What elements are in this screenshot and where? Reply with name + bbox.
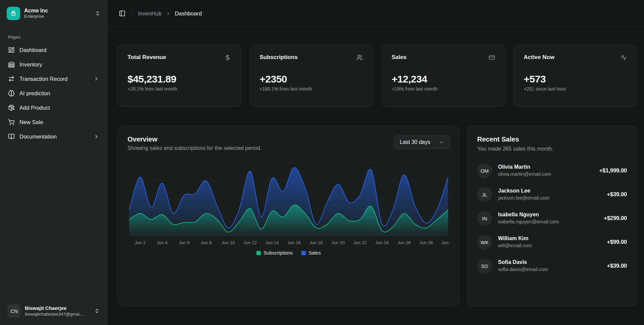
svg-text:Jun 18: Jun 18	[309, 240, 323, 245]
customer-email: olivia.martin@email.com	[498, 171, 551, 177]
stat-change: +20.1% from last month	[128, 86, 231, 92]
chevrons-up-down-icon	[94, 308, 100, 314]
user-name: Biswajit Chaerjee	[25, 305, 90, 312]
svg-text:Jun 16: Jun 16	[288, 240, 301, 245]
sidebar-item-label: AI prediction	[19, 90, 99, 97]
sale-row: WK William Kimwill@email.com +$99.00	[477, 235, 627, 250]
svg-text:Jun 30: Jun 30	[441, 240, 450, 245]
date-range-value: Last 30 days	[400, 139, 430, 145]
sale-row: SD Sofia Davissofia.davis@email.com +$39…	[477, 259, 627, 273]
org-logo-icon	[10, 10, 17, 17]
user-email: biswajitchatterjee347@gmai...	[25, 312, 90, 317]
svg-text:Jun 10: Jun 10	[221, 240, 235, 245]
org-plan: Enterprise	[24, 14, 91, 19]
sale-row: OM Olivia Martinolivia.martin@email.com …	[477, 163, 627, 178]
sale-amount: +$99.00	[607, 239, 627, 246]
overview-chart: Jun 2Jun 4Jun 6Jun 8Jun 10Jun 12Jun 14Ju…	[128, 159, 450, 248]
user-menu[interactable]: CN Biswajit Chaerjee biswajitchatterjee3…	[5, 302, 102, 320]
area-chart: Jun 2Jun 4Jun 6Jun 8Jun 10Jun 12Jun 14Ju…	[128, 159, 450, 247]
stat-value: +12,234	[392, 73, 495, 85]
layout-dashboard-icon	[8, 47, 15, 53]
avatar: JL	[477, 187, 492, 202]
sidebar-item-add-product[interactable]: Add Product	[5, 101, 102, 114]
stat-title: Active Now	[524, 54, 555, 61]
customer-name: Isabella Nguyen	[498, 211, 559, 218]
sidebar-item-inventory[interactable]: Inventory	[5, 58, 102, 71]
chevron-right-icon	[94, 134, 99, 139]
svg-text:Jun 24: Jun 24	[376, 240, 389, 245]
sidebar-item-label: Inventory	[19, 61, 99, 68]
customer-name: Jackson Lee	[498, 187, 549, 195]
breadcrumb-root[interactable]: InvenHub	[138, 10, 162, 17]
chevron-down-icon	[439, 140, 444, 145]
avatar: IN	[477, 211, 492, 226]
stat-change: +201 since last hour	[524, 86, 627, 92]
org-switcher[interactable]: Acme Inc Enterprise	[5, 5, 102, 21]
book-open-icon	[8, 133, 15, 140]
customer-name: Sofia Davis	[498, 259, 548, 266]
sidebar-item-documentation[interactable]: Documentation	[5, 130, 102, 143]
chart-legend: SubscriptionsSales	[128, 250, 450, 256]
svg-text:Jun 4: Jun 4	[157, 240, 167, 245]
dollar-sign-icon	[225, 54, 231, 61]
main-area: InvenHub Dashboard Total Revenue $45,231…	[107, 0, 644, 325]
stat-card-subscriptions: Subscriptions +2350 +180.1% from last mo…	[249, 45, 374, 107]
legend-item: Subscriptions	[256, 250, 293, 256]
sidebar-item-new-sale[interactable]: New Sale	[5, 116, 102, 128]
svg-text:Jun 8: Jun 8	[201, 240, 211, 245]
sale-amount: +$39.00	[607, 191, 627, 198]
stat-card-sales: Sales +12,234 +19% from last month	[381, 45, 505, 107]
svg-text:Jun 12: Jun 12	[244, 240, 257, 245]
customer-email: isabella.nguyen@email.com	[498, 218, 559, 225]
sale-amount: +$39.00	[607, 263, 627, 269]
sidebar-item-dashboard[interactable]: Dashboard	[5, 44, 102, 56]
overview-subtitle: Showing sales and subscriptions for the …	[128, 145, 261, 151]
legend-swatch	[301, 251, 306, 255]
sidebar-item-label: Add Product	[19, 105, 99, 111]
svg-text:Jun 2: Jun 2	[135, 240, 146, 245]
stat-value: $45,231.89	[128, 73, 231, 85]
activity-icon	[621, 54, 627, 61]
sidebar-item-transaction-record[interactable]: Transaction Record	[5, 72, 102, 85]
avatar: OM	[477, 163, 492, 178]
sidebar-nav: Dashboard Inventory Transaction Record A…	[5, 44, 102, 143]
svg-text:Jun 20: Jun 20	[332, 240, 345, 245]
sidebar-item-ai-prediction[interactable]: AI prediction	[5, 87, 102, 100]
sidebar-item-label: Documentation	[19, 133, 89, 140]
topbar: InvenHub Dashboard	[107, 0, 644, 27]
sidebar-toggle-button[interactable]	[117, 9, 127, 18]
sidebar: Acme Inc Enterprise Pages Dashboard Inve…	[0, 0, 107, 325]
bottom-row: Overview Showing sales and subscriptions…	[117, 126, 637, 306]
credit-card-icon	[489, 54, 495, 61]
legend-swatch	[256, 251, 261, 255]
header-divider	[132, 10, 133, 17]
date-range-select[interactable]: Last 30 days	[394, 136, 450, 149]
stat-card-total-revenue: Total Revenue $45,231.89 +20.1% from las…	[117, 45, 241, 107]
recent-sales-title: Recent Sales	[477, 136, 627, 143]
stat-value: +2350	[260, 73, 363, 85]
org-logo	[7, 7, 20, 20]
overview-card: Overview Showing sales and subscriptions…	[117, 126, 459, 306]
customer-email: sofia.davis@email.com	[498, 266, 548, 273]
arrow-left-right-icon	[8, 75, 15, 82]
customer-email: jackson.lee@email.com	[498, 195, 549, 201]
sidebar-item-label: New Sale	[19, 119, 99, 125]
warehouse-icon	[8, 61, 15, 68]
users-icon	[356, 54, 363, 61]
legend-item: Sales	[301, 250, 320, 256]
package-search-icon	[8, 104, 15, 111]
avatar: SD	[477, 259, 492, 273]
stat-card-active-now: Active Now +573 +201 since last hour	[513, 45, 638, 107]
dashboard-content: Total Revenue $45,231.89 +20.1% from las…	[107, 27, 644, 325]
breadcrumb-current: Dashboard	[175, 10, 202, 17]
sidebar-section-label: Pages	[8, 35, 102, 40]
svg-text:Jun 14: Jun 14	[265, 240, 279, 245]
org-name: Acme Inc	[24, 7, 91, 14]
svg-text:Jun 28: Jun 28	[419, 240, 433, 245]
breadcrumb: InvenHub Dashboard	[138, 10, 202, 17]
chevron-right-icon	[94, 76, 99, 82]
svg-text:Jun 26: Jun 26	[397, 240, 410, 245]
stat-change: +19% from last month	[392, 86, 495, 92]
stat-value: +573	[524, 73, 627, 85]
avatar: WK	[477, 235, 492, 250]
